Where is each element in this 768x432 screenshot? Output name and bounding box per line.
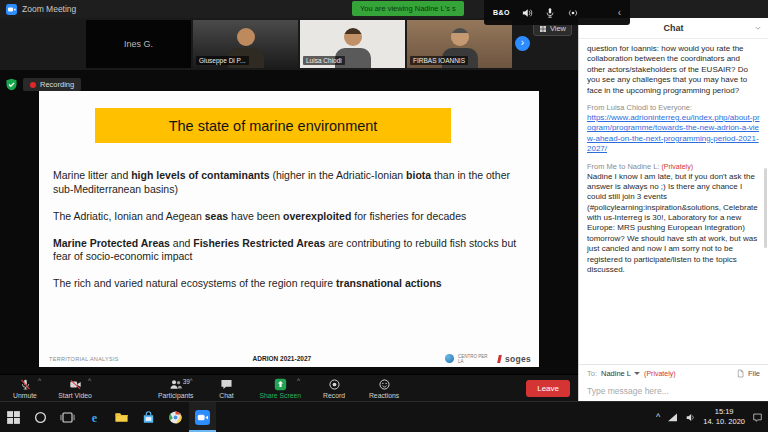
taskbar-clock[interactable]: 15:19 14. 10. 2020	[703, 407, 745, 427]
file-explorer-icon	[114, 410, 129, 425]
clock-date: 14. 10. 2020	[703, 417, 745, 427]
toolbar-unmute[interactable]: ^Unmute	[8, 378, 42, 399]
chevron-up-icon[interactable]: ^	[189, 378, 192, 385]
toolbar-label: Reactions	[369, 392, 399, 399]
soges-logo-text: soges	[505, 354, 531, 364]
toolbar-share-screen[interactable]: ^Share Screen	[260, 378, 302, 399]
recipient-dropdown[interactable]: Nadine L	[601, 369, 640, 378]
chevron-up-icon[interactable]: ^	[88, 378, 91, 385]
toolbar-center-group: 39^ParticipantsChat^Share ScreenRecordRe…	[158, 378, 401, 399]
signal-icon[interactable]	[567, 7, 579, 19]
chat-input[interactable]	[579, 381, 768, 402]
system-tray: ^ 15:19 14. 10. 2020	[656, 407, 768, 427]
chat-icon	[220, 378, 233, 391]
app-title: Zoom Meeting	[22, 4, 76, 14]
mic-icon[interactable]	[544, 7, 556, 19]
viewing-banner[interactable]: You are viewing Nadine L's s	[352, 1, 464, 16]
slide-paragraph: Marine Protected Areas and Fisheries Res…	[53, 237, 525, 265]
toolbar-label: Chat	[219, 392, 233, 399]
leave-button[interactable]: Leave	[526, 380, 570, 397]
task-view-icon	[60, 410, 75, 425]
zoom-meeting-window: Zoom Meeting You are viewing Nadine L's …	[0, 0, 768, 432]
privately-label: (Privately)	[644, 370, 676, 377]
chat-message: From Luisa Chiodi to Everyone:https://ww…	[587, 103, 760, 155]
participant-name: Luisa Chiodi	[303, 56, 345, 65]
to-label: To:	[587, 369, 597, 378]
toolbar-reactions[interactable]: Reactions	[367, 378, 401, 399]
speaker-icon[interactable]	[521, 7, 533, 19]
windows-taskbar: e ^ 15:19 14. 10. 2020	[0, 401, 768, 432]
chat-panel: Chat question for Ioannis: how would you…	[578, 18, 768, 402]
recording-indicator: Recording	[23, 78, 81, 91]
network-icon[interactable]	[667, 412, 678, 423]
grid-icon	[539, 25, 547, 33]
shared-screen-area: Recording The state of marine environmen…	[0, 70, 578, 374]
share-status: Recording	[5, 78, 81, 91]
chat-message-body: Nadine I know I am late, but if you don'…	[587, 172, 760, 276]
taskbar-app-task-view[interactable]	[54, 402, 81, 432]
toolbar-label: Unmute	[13, 392, 37, 399]
chat-message-header: From Luisa Chiodi to Everyone:	[587, 103, 760, 112]
video-tile[interactable]: Ines G.	[86, 20, 191, 68]
recipient-name: Nadine L	[601, 369, 631, 378]
shield-check-icon	[5, 78, 18, 91]
tray-chevron-up-icon[interactable]: ^	[656, 412, 660, 422]
taskbar-app-search[interactable]	[27, 402, 54, 432]
toolbar-left-group: ^Unmute^Start Video	[8, 378, 92, 399]
participant-name: Ines G.	[86, 20, 191, 68]
mic-off-icon	[19, 378, 32, 391]
chat-scrollbar[interactable]	[764, 168, 767, 248]
osd-collapse-chevron[interactable]: ‹	[618, 8, 621, 18]
toolbar-start-video[interactable]: ^Start Video	[58, 378, 92, 399]
chevron-up-icon[interactable]: ^	[38, 378, 41, 385]
chevron-down-icon[interactable]	[754, 24, 762, 32]
chat-link[interactable]: https://www.adrioninterreg.eu/index.php/…	[587, 113, 760, 155]
video-tile[interactable]: Giuseppe Di P...	[193, 20, 298, 68]
video-off-icon	[69, 378, 82, 391]
record-dot-icon	[30, 82, 36, 88]
record-icon	[328, 378, 341, 391]
volume-icon[interactable]	[685, 412, 696, 423]
recording-label: Recording	[40, 80, 74, 89]
participant-tiles: Ines G.Giuseppe Di P...Luisa ChiodiFIRBA…	[86, 20, 512, 68]
slide-body: Marine litter and high levels of contami…	[53, 169, 525, 291]
chat-to-row: To: Nadine L (Privately) File	[579, 365, 768, 380]
file-button-label: File	[748, 369, 760, 378]
chrome-icon	[168, 410, 183, 425]
file-icon	[736, 369, 745, 378]
chat-compose: To: Nadine L (Privately) File	[579, 364, 768, 402]
toolbar-chat[interactable]: Chat	[210, 378, 244, 399]
bo-audio-logo: B&O	[493, 9, 510, 16]
slide-title: The state of marine environment	[95, 108, 451, 143]
file-button[interactable]: File	[736, 369, 760, 378]
notification-icon[interactable]	[752, 412, 763, 423]
chat-message: question for Ioannis: how would you rate…	[587, 44, 760, 96]
clock-time: 15:19	[703, 407, 745, 417]
toolbar-label: Share Screen	[260, 392, 302, 399]
taskbar-apps: e	[0, 402, 216, 432]
video-strip: Ines G.Giuseppe Di P...Luisa ChiodiFIRBA…	[0, 18, 578, 70]
video-tile[interactable]: Luisa Chiodi	[300, 20, 405, 68]
next-participants-button[interactable]: ›	[515, 36, 530, 51]
audio-osd-overlay: B&O ‹	[484, 0, 630, 25]
toolbar-record[interactable]: Record	[317, 378, 351, 399]
video-tile[interactable]: FIRBAS IOANNIS	[407, 20, 512, 68]
meeting-toolbar: ^Unmute^Start Video 39^ParticipantsChat^…	[0, 374, 578, 402]
slide-paragraph: The rich and varied natural ecosystems o…	[53, 277, 525, 291]
toolbar-label: Start Video	[58, 392, 92, 399]
taskbar-app-windows[interactable]	[0, 402, 27, 432]
partner-logo-text: CENTRO PER LA	[458, 354, 494, 364]
taskbar-app-file-explorer[interactable]	[108, 402, 135, 432]
taskbar-app-zoom-app[interactable]	[189, 402, 216, 432]
slide-paragraph: The Adriatic, Ionian and Aegean seas hav…	[53, 210, 525, 224]
chevron-up-icon[interactable]: ^	[297, 378, 300, 385]
store-icon	[141, 410, 156, 425]
chat-message: From Me to Nadine L: (Privately)Nadine I…	[587, 162, 760, 276]
taskbar-app-chrome[interactable]	[162, 402, 189, 432]
taskbar-app-edge[interactable]: e	[81, 402, 108, 432]
taskbar-app-store[interactable]	[135, 402, 162, 432]
toolbar-participants[interactable]: 39^Participants	[158, 378, 194, 399]
windows-icon	[6, 410, 21, 425]
search-icon	[33, 410, 48, 425]
chat-message-header: From Me to Nadine L: (Privately)	[587, 162, 760, 171]
